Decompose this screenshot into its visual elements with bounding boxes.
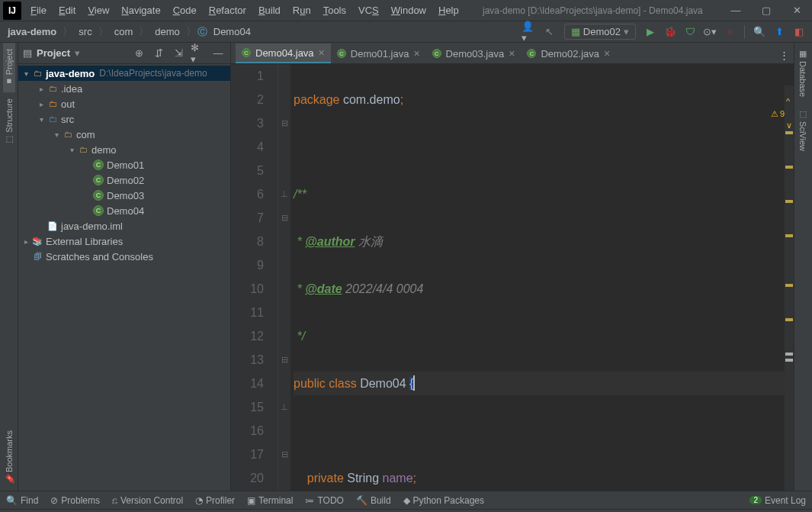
tree-root[interactable]: ▾🗀 java-demo D:\IdeaProjects\java-demo [18,66,230,81]
bottom-python[interactable]: ◆ Python Packages [403,495,484,506]
run-config-label: Demo02 [583,26,621,37]
crumb-com[interactable]: com [110,24,138,39]
code-text[interactable]: package com.demo; /** * @author 水滴 * @da… [290,64,794,491]
tab-demo01[interactable]: C Demo01.java × [331,43,426,63]
left-toolwindow-bar: ■ Project ⬚ Structure 🔖 Bookmarks [0,43,18,491]
tab-label: Demo04.java [255,47,314,59]
event-log-button[interactable]: 2 Event Log [749,495,806,506]
update-button[interactable]: ⬆ [771,24,788,40]
search-button[interactable]: 🔍 [751,24,768,40]
project-tool-window: ▤ Project ▾ ⊕ ⇵ ⇲ ✻ ▾ — ▾🗀 java-demo D:\… [18,43,231,491]
stop-button[interactable]: ■ [721,24,738,40]
tree-class-demo04[interactable]: CDemo04 [18,203,230,218]
menu-file[interactable]: File [24,2,53,19]
tab-label: Demo02.java [541,48,599,60]
class-icon: Ⓒ [197,25,207,39]
coverage-button[interactable]: 🛡 [682,24,698,40]
menu-help[interactable]: Help [432,2,465,19]
bottom-build[interactable]: 🔨 Build [356,495,391,506]
crumb-class[interactable]: Demo04 [209,24,255,39]
line-number-gutter: 1 2 3 4 5 6 7 8 9 10 11 12 13 14 15 16 1… [231,64,278,491]
run-button[interactable]: ▶ [642,24,659,40]
project-panel-header: ▤ Project ▾ ⊕ ⇵ ⇲ ✻ ▾ — [18,43,230,64]
editor-more-icon[interactable]: ⋮ [775,47,792,63]
tree-folder-com[interactable]: ▾🗀com [18,127,230,142]
tab-close-icon[interactable]: × [319,47,325,59]
run-config-selector[interactable]: ▦ Demo02 ▾ [564,24,636,40]
user-icon[interactable]: 👤▾ [522,24,538,40]
menu-build[interactable]: Build [252,2,287,19]
build-icon[interactable]: ↖ [541,24,558,40]
project-tree: ▾🗀 java-demo D:\IdeaProjects\java-demo ▸… [18,64,230,491]
menu-bar: File Edit View Navigate Code Refactor Bu… [24,2,465,19]
window-title: java-demo [D:\IdeaProjects\java-demo] - … [465,5,721,16]
tab-close-icon[interactable]: × [413,47,419,60]
menu-navigate[interactable]: Navigate [115,2,166,19]
menu-run[interactable]: Run [287,2,317,19]
breadcrumb: java-demo〉 src〉 com〉 demo〉 Ⓒ Demo04 [3,24,255,39]
tree-class-demo03[interactable]: CDemo03 [18,188,230,203]
right-toolwindow-bar: ▦ Database ⬚ SciView [794,43,812,491]
debug-button[interactable]: 🐞 [662,24,679,40]
editor-area: C Demo04.java × C Demo01.java × C Demo03… [231,43,794,491]
profile-button[interactable]: ⊙▾ [701,24,718,40]
menu-tools[interactable]: Tools [317,2,352,19]
tree-folder-demo[interactable]: ▾🗀demo [18,142,230,157]
menu-vcs[interactable]: VCS [352,2,385,19]
title-bar: IJ File Edit View Navigate Code Refactor… [0,0,812,21]
left-tab-bookmarks[interactable]: 🔖 Bookmarks [2,424,15,491]
tab-demo03[interactable]: C Demo03.java × [426,43,522,63]
crumb-project[interactable]: java-demo [3,24,61,39]
app-logo-icon: IJ [3,2,21,20]
bottom-todo[interactable]: ≔ TODO [305,495,343,506]
crumb-demo[interactable]: demo [150,24,185,39]
bottom-find[interactable]: 🔍 Find [6,495,38,506]
bottom-profiler[interactable]: ◔ Profiler [195,495,235,506]
tree-folder-out[interactable]: ▸🗀out [18,96,230,111]
minimize-button[interactable]: — [721,0,751,21]
navigation-bar: java-demo〉 src〉 com〉 demo〉 Ⓒ Demo04 👤▾ ↖… [0,21,812,43]
bottom-toolbar: 🔍 Find ⊘ Problems ⎌ Version Control ◔ Pr… [0,491,812,509]
tree-iml[interactable]: 📄java-demo.iml [18,218,230,233]
fold-gutter[interactable]: ⊟⊥ ⊟ ⊟⊥⊟ [278,64,290,491]
hide-panel-icon[interactable]: — [210,46,226,61]
tab-close-icon[interactable]: × [604,47,610,60]
tab-demo02[interactable]: C Demo02.java × [521,43,616,63]
code-editor[interactable]: 1 2 3 4 5 6 7 8 9 10 11 12 13 14 15 16 1… [231,64,794,491]
tree-class-demo02[interactable]: CDemo02 [18,172,230,188]
menu-view[interactable]: View [82,2,115,19]
crumb-src[interactable]: src [74,24,96,39]
tree-folder-src[interactable]: ▾🗀src [18,111,230,127]
warning-indicator[interactable]: ⚠ 9 ^ ∨ [771,90,792,137]
ide-settings-icon[interactable]: ◧ [791,24,807,40]
expand-all-icon[interactable]: ⇵ [151,46,166,61]
bottom-vcs[interactable]: ⎌ Version Control [112,495,183,506]
tree-folder-idea[interactable]: ▸🗀.idea [18,81,230,96]
tree-external-libs[interactable]: ▸📚External Libraries [18,233,230,249]
tab-label: Demo03.java [446,48,505,60]
tab-label: Demo01.java [351,48,409,60]
left-tab-project[interactable]: ■ Project [3,43,15,92]
maximize-button[interactable]: ▢ [751,0,782,21]
menu-refactor[interactable]: Refactor [203,2,252,19]
editor-tabs: C Demo04.java × C Demo01.java × C Demo03… [231,43,794,64]
tree-scratches[interactable]: 🗐Scratches and Consoles [18,249,230,264]
select-opened-file-icon[interactable]: ⊕ [131,46,146,61]
menu-code[interactable]: Code [167,2,203,19]
project-panel-title: Project [37,47,70,59]
status-bar: ▢ Localized IntelliJ IDEA 2021.3.3 is av… [0,509,812,512]
right-tab-database[interactable]: ▦ Database [797,43,810,103]
settings-icon[interactable]: ✻ ▾ [191,46,206,61]
left-tab-structure[interactable]: ⬚ Structure [2,92,15,151]
bottom-terminal[interactable]: ▣ Terminal [247,495,293,506]
marker-stripe[interactable]: ⚠ 9 ^ ∨ [785,85,794,491]
right-tab-sciview[interactable]: ⬚ SciView [797,103,810,157]
tab-close-icon[interactable]: × [509,47,515,60]
close-button[interactable]: ✕ [782,0,812,21]
menu-edit[interactable]: Edit [53,2,82,19]
tab-demo04[interactable]: C Demo04.java × [236,43,331,63]
bottom-problems[interactable]: ⊘ Problems [50,495,100,506]
tree-class-demo01[interactable]: CDemo01 [18,157,230,172]
menu-window[interactable]: Window [385,2,432,19]
collapse-all-icon[interactable]: ⇲ [171,46,186,61]
